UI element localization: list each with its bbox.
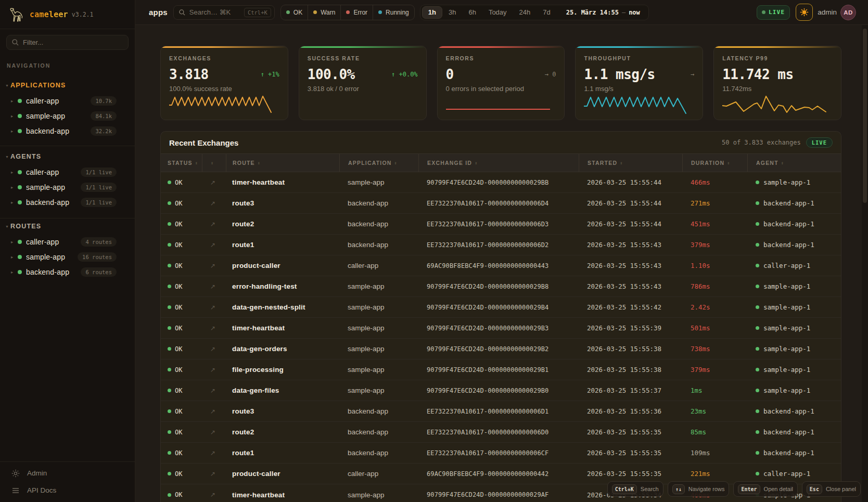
agent-status-dot	[756, 326, 759, 330]
column-header-exchange-id[interactable]: EXCHANGE ID↕	[418, 154, 579, 172]
sidebar-item[interactable]: ▸caller-app4 routes	[0, 234, 135, 249]
table-row[interactable]: OK ↗ timer-heartbeat sample-app 90799F47…	[161, 172, 841, 193]
time-range-label: 3h	[449, 8, 456, 16]
status-filter-chip[interactable]: OK	[281, 5, 308, 20]
search-box: Ctrl+K	[173, 5, 275, 20]
time-range-button[interactable]: 24h	[513, 6, 537, 19]
agent-text: backend-app-1	[763, 199, 814, 207]
table-row[interactable]: OK ↗ data-gen-files sample-app 90799F47E…	[161, 380, 841, 401]
open-exchange-icon[interactable]: ↗	[202, 366, 226, 374]
column-header-started[interactable]: STARTED↕	[579, 154, 682, 172]
time-range-button[interactable]: 3h	[442, 6, 462, 19]
column-header-agent[interactable]: AGENT↕	[747, 154, 841, 172]
open-exchange-icon[interactable]: ↗	[202, 325, 226, 332]
agent-status-dot	[756, 243, 759, 247]
sidebar-section-title: AGENTS	[10, 153, 41, 160]
user-name: admin	[818, 8, 837, 16]
table-row[interactable]: OK ↗ route3 backend-app EE7322370A10617-…	[161, 193, 841, 214]
healthy-status-dot	[18, 99, 22, 103]
ok-status-dot	[168, 368, 171, 371]
agent-text: backend-app-1	[763, 241, 814, 249]
status-text: OK	[175, 449, 182, 457]
open-exchange-icon[interactable]: ↗	[202, 241, 226, 249]
open-exchange-icon[interactable]: ↗	[202, 262, 226, 269]
open-exchange-icon[interactable]: ↗	[202, 429, 226, 436]
column-header-status[interactable]: STATUS↕	[161, 154, 202, 172]
open-exchange-icon[interactable]: ↗	[202, 449, 226, 457]
search-input[interactable]	[189, 8, 244, 16]
page-title: apps	[149, 8, 168, 17]
open-exchange-icon[interactable]: ↗	[202, 179, 226, 186]
time-range-group: 1h 3h 6h Today 24h 7d	[420, 5, 649, 20]
avatar[interactable]: AD	[840, 5, 856, 20]
agent-text: caller-app-1	[763, 262, 810, 269]
theme-toggle-button[interactable]	[796, 4, 813, 21]
scrollbar-thumb[interactable]	[863, 29, 867, 203]
table-row[interactable]: OK ↗ route2 backend-app EE7322370A10617-…	[161, 422, 841, 443]
table-row[interactable]: OK ↗ route1 backend-app EE7322370A10617-…	[161, 443, 841, 464]
time-range-button[interactable]: 6h	[462, 6, 482, 19]
sidebar-item[interactable]: ▸sample-app1/1 live	[0, 179, 135, 195]
application-cell: backend-app	[339, 407, 418, 415]
agent-text: backend-app-1	[763, 407, 814, 415]
open-exchange-icon[interactable]: ↗	[202, 470, 226, 478]
table-row[interactable]: OK ↗ route1 backend-app EE7322370A10617-…	[161, 235, 841, 255]
table-body: OK ↗ timer-heartbeat sample-app 90799F47…	[161, 172, 841, 502]
sidebar-item-api-docs[interactable]: API Docs	[0, 482, 135, 499]
open-exchange-icon[interactable]: ↗	[202, 345, 226, 353]
open-exchange-icon[interactable]: ↗	[202, 200, 226, 207]
sidebar-item[interactable]: ▸sample-app84.1k	[0, 108, 135, 123]
time-range-button[interactable]: 1h	[422, 6, 442, 19]
open-exchange-icon[interactable]: ↗	[202, 491, 226, 498]
open-exchange-icon[interactable]: ↗	[202, 387, 226, 394]
status-filter-chip[interactable]: Running	[373, 5, 414, 20]
table-row[interactable]: OK ↗ data-gen-orders sample-app 90799F47…	[161, 339, 841, 359]
shortcut-label: Navigate rows	[688, 486, 725, 492]
sidebar-item[interactable]: ▸caller-app1/1 live	[0, 164, 135, 179]
sidebar-item[interactable]: ▸backend-app6 routes	[0, 264, 135, 279]
table-row[interactable]: OK ↗ route2 backend-app EE7322370A10617-…	[161, 214, 841, 235]
status-filter-chip[interactable]: Warn	[308, 5, 340, 20]
sort-icon: ↕	[781, 160, 784, 165]
table-row[interactable]: OK ↗ error-handling-test sample-app 9079…	[161, 276, 841, 297]
column-header-route[interactable]: ROUTE↕	[226, 154, 339, 172]
route-cell: error-handling-test	[226, 282, 339, 290]
sidebar-section-header[interactable]: ▼ APPLICATIONS	[0, 78, 135, 93]
sidebar-item[interactable]: ▸caller-app10.7k	[0, 93, 135, 108]
time-range-button[interactable]: 7d	[537, 6, 556, 19]
column-header-duration[interactable]: DURATION↕	[682, 154, 747, 172]
status-text: OK	[175, 304, 182, 311]
app-name: cameleer	[30, 10, 68, 19]
sidebar-section-header[interactable]: ▼ ROUTES	[0, 218, 135, 234]
scrollbar-track[interactable]	[862, 25, 868, 502]
stat-card-accent	[438, 46, 565, 48]
sidebar-item[interactable]: ▸sample-app16 routes	[0, 249, 135, 264]
sidebar-item[interactable]: ▸backend-app1/1 live	[0, 195, 135, 210]
search-icon	[11, 38, 19, 46]
started-cell: 2026-03-25 15:55:44	[579, 178, 682, 186]
open-exchange-icon[interactable]: ↗	[202, 283, 226, 290]
status-filter-chip[interactable]: Error	[340, 5, 373, 20]
panel-title-row: Recent Exchanges 50 of 3.833 exchanges L…	[161, 132, 841, 153]
table-row[interactable]: OK ↗ timer-heartbeat sample-app 90799F47…	[161, 318, 841, 339]
table-row[interactable]: OK ↗ route3 backend-app EE7322370A10617-…	[161, 401, 841, 422]
open-exchange-icon[interactable]: ↗	[202, 408, 226, 415]
table-row[interactable]: OK ↗ file-processing sample-app 90799F47…	[161, 359, 841, 380]
sidebar-item[interactable]: ▸backend-app32.2k	[0, 123, 135, 138]
live-toggle-button[interactable]: LIVE	[757, 5, 790, 20]
table-row[interactable]: OK ↗ product-caller caller-app 69AC90BF8…	[161, 255, 841, 276]
stat-cards: EXCHANGES 3.818 ↑ +1% 100.0% success rat…	[160, 46, 841, 120]
open-exchange-icon[interactable]: ↗	[202, 304, 226, 311]
time-range-button[interactable]: Today	[482, 6, 513, 19]
open-exchange-icon[interactable]: ↗	[202, 221, 226, 228]
column-header-open[interactable]: ↕	[202, 154, 226, 172]
sidebar-section-header[interactable]: ▼ AGENTS	[0, 149, 135, 164]
sort-icon: ↕	[394, 160, 398, 165]
stat-card-subtext: 3.818 ok / 0 error	[308, 85, 418, 93]
exchange-id-cell: 90799F47E6CD24D-00000000000029B1	[418, 366, 579, 374]
filter-input[interactable]	[6, 35, 129, 50]
sidebar-item-admin[interactable]: Admin	[0, 465, 135, 482]
column-header-application[interactable]: APPLICATION↕	[339, 154, 418, 172]
status-text: OK	[175, 179, 182, 186]
table-row[interactable]: OK ↗ data-gen-nested-split sample-app 90…	[161, 297, 841, 318]
